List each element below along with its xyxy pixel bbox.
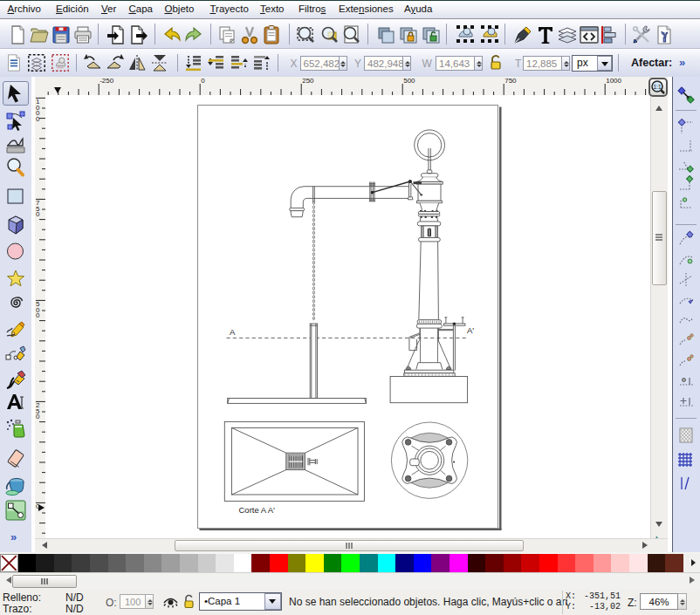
svg-text:A: A	[230, 327, 236, 337]
svg-text:A': A'	[467, 325, 474, 335]
svg-text:1:1: 1:1	[653, 84, 661, 90]
svg-text:Corte A A': Corte A A'	[239, 505, 276, 515]
